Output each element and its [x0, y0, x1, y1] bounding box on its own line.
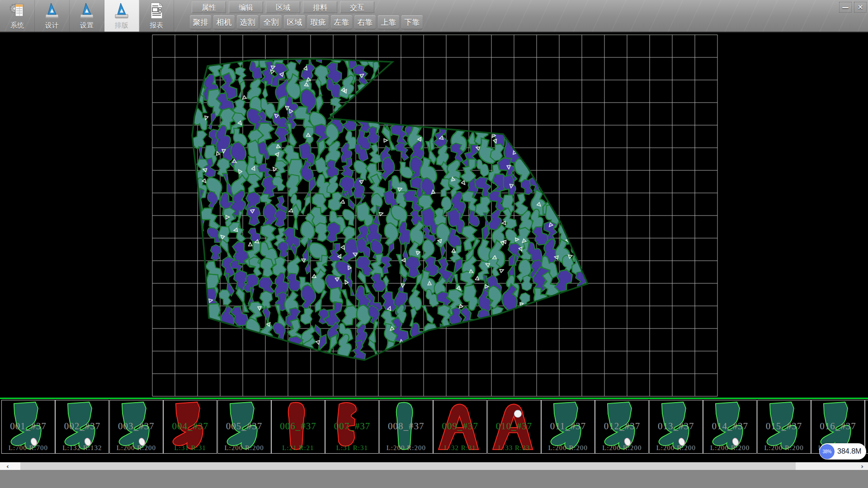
memory-size-label: 384.8M [837, 447, 861, 455]
report-icon [149, 2, 164, 20]
app-tab-nesting[interactable]: 排版 [104, 0, 139, 32]
part-thumbnail[interactable]: 011_#37L:200 R:200 [541, 400, 595, 454]
part-counts: L:132 R:132 [56, 444, 108, 452]
scroll-left-button[interactable]: ‹ [0, 462, 20, 470]
part-thumbnail[interactable]: 013_#37L:200 R:200 [649, 400, 703, 454]
part-name: 008_#37 [380, 420, 433, 432]
part-name: 007_#37 [326, 420, 378, 432]
scrollbar-thumb[interactable] [20, 462, 796, 470]
part-thumbnail[interactable]: 012_#37L:200 R:200 [595, 400, 649, 454]
part-name: 002_#37 [56, 420, 108, 432]
menu-tab-region[interactable]: 区域 [266, 1, 300, 13]
tool-camera[interactable]: 相机 [213, 15, 235, 29]
part-counts: L:21 R:21 [272, 444, 325, 452]
tool-select-cut[interactable]: 选割 [237, 15, 258, 29]
part-name: 009_#37 [434, 420, 486, 432]
app-tab-design[interactable]: 设计 [35, 0, 70, 32]
part-name: 017_#37 [865, 420, 868, 432]
design-icon [44, 2, 60, 20]
nesting-icon [114, 2, 129, 20]
part-name: 016_#37 [811, 420, 864, 432]
memory-progress-pill[interactable]: 38% 384.8M [819, 443, 866, 460]
app-mode-tabs: 系统设计设置排版报表 [0, 0, 174, 32]
part-name: 012_#37 [595, 420, 648, 432]
part-thumbnail[interactable]: 001_#37L:700 R:700 [1, 400, 55, 454]
part-counts: L:200 R:200 [758, 444, 811, 452]
window-controls: — ✕ [839, 2, 867, 13]
part-name: 004_#37 [164, 420, 217, 432]
parts-thumbnail-strip: 001_#37L:700 R:700002_#37L:132 R:132003_… [0, 399, 868, 462]
part-name: 001_#37 [2, 420, 55, 432]
nesting-application-window: 系统设计设置排版报表 属性编辑区域排料交互 聚排相机选割全割区域瑕疵左靠右靠上靠… [0, 0, 868, 488]
tool-button-row: 聚排相机选割全割区域瑕疵左靠右靠上靠下靠 [190, 15, 423, 29]
scroll-left-icon: ‹ [6, 463, 9, 470]
part-name: 013_#37 [650, 420, 703, 432]
toolbar: 系统设计设置排版报表 属性编辑区域排料交互 聚排相机选割全割区域瑕疵左靠右靠上靠… [0, 0, 868, 33]
part-counts: L:200 R:200 [595, 444, 648, 452]
tool-cut-all[interactable]: 全割 [260, 15, 282, 29]
part-counts: L:33 R:33 [488, 444, 541, 452]
part-counts: L:200 R:200 [542, 444, 594, 452]
part-thumbnail[interactable]: 004_#37L:31 R:31 [163, 400, 217, 454]
app-tab-label: 系统 [10, 21, 24, 30]
tool-cluster-nest[interactable]: 聚排 [190, 15, 211, 29]
part-name: 011_#37 [542, 420, 594, 432]
scroll-right-icon: › [861, 463, 863, 470]
part-thumbnail[interactable]: 007_#37L:31 R:31 [325, 400, 379, 454]
scroll-right-button[interactable]: › [848, 462, 868, 470]
part-name: 014_#37 [703, 420, 756, 432]
part-thumbnail[interactable]: 008_#37L:200 R:200 [379, 400, 433, 454]
part-counts: L:32 R:31 [434, 444, 486, 452]
tool-snap-left[interactable]: 左靠 [331, 15, 352, 29]
tool-snap-top[interactable]: 上靠 [378, 15, 399, 29]
app-tab-label: 排版 [115, 21, 128, 30]
nesting-canvas[interactable] [0, 33, 868, 398]
progress-circle: 38% [820, 444, 835, 459]
menu-tab-edit[interactable]: 编辑 [229, 1, 263, 13]
tool-defect[interactable]: 瑕疵 [307, 15, 329, 29]
tool-snap-bottom[interactable]: 下靠 [401, 15, 423, 29]
part-name: 015_#37 [758, 420, 811, 432]
menu-tab-properties[interactable]: 属性 [192, 1, 226, 13]
tool-region[interactable]: 区域 [284, 15, 305, 29]
part-thumbnail[interactable]: 010_#37L:33 R:33 [487, 400, 541, 454]
part-thumbnail[interactable]: 006_#37L:21 R:21 [271, 400, 325, 454]
app-tab-settings[interactable]: 设置 [70, 0, 104, 32]
horizontal-scrollbar[interactable]: ‹ › [0, 462, 868, 470]
progress-percent: 38% [822, 449, 831, 454]
part-counts: L:31 R:31 [326, 444, 378, 452]
app-tab-report[interactable]: 报表 [139, 0, 174, 32]
menu-tab-row: 属性编辑区域排料交互 [192, 1, 374, 13]
part-name: 010_#37 [488, 420, 541, 432]
part-counts: L:31 R:31 [164, 444, 217, 452]
nest-plot [0, 33, 868, 398]
part-name: 003_#37 [110, 420, 163, 432]
app-tab-system[interactable]: 系统 [0, 0, 35, 32]
part-counts: L:200 R:200 [218, 444, 271, 452]
part-thumbnail[interactable]: 017_#37L:200 R:200 [865, 400, 868, 454]
menu-tab-interact[interactable]: 交互 [340, 1, 374, 13]
part-name: 006_#37 [272, 420, 325, 432]
part-thumbnail[interactable]: 005_#37L:200 R:200 [217, 400, 271, 454]
app-tab-label: 设置 [80, 21, 94, 30]
part-thumbnail[interactable]: 002_#37L:132 R:132 [55, 400, 109, 454]
part-name: 005_#37 [218, 420, 271, 432]
minimize-button[interactable]: — [839, 2, 852, 13]
part-thumbnail[interactable]: 009_#37L:32 R:31 [433, 400, 487, 454]
part-counts: L:200 R:200 [650, 444, 703, 452]
close-button[interactable]: ✕ [854, 2, 867, 13]
settings-icon [79, 2, 94, 20]
app-tab-label: 报表 [150, 21, 163, 30]
tool-snap-right[interactable]: 右靠 [354, 15, 376, 29]
part-thumbnail[interactable]: 003_#37L:200 R:200 [109, 400, 163, 454]
part-thumbnail[interactable]: 014_#37L:200 R:200 [703, 400, 757, 454]
menu-tab-material[interactable]: 排料 [303, 1, 337, 13]
part-thumbnail[interactable]: 015_#37L:200 R:200 [757, 400, 811, 454]
part-counts: L:200 R:200 [110, 444, 163, 452]
nested-pieces [186, 42, 588, 366]
part-counts: L:200 R:200 [380, 444, 433, 452]
bottom-band [0, 470, 868, 488]
part-counts: L:700 R:700 [2, 444, 55, 452]
part-counts: L:200 R:200 [703, 444, 756, 452]
app-tab-label: 设计 [45, 21, 59, 30]
